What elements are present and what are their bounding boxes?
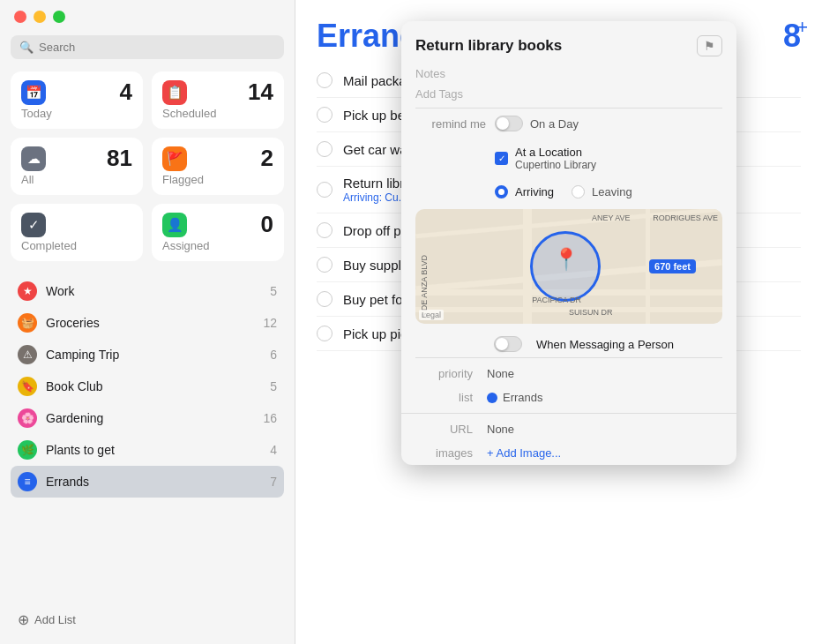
task-checkbox[interactable] [317,291,333,307]
task-checkbox[interactable] [317,257,333,273]
list-item-plants[interactable]: 🌿 Plants to get 4 [11,434,284,466]
completed-label: Completed [21,239,132,252]
sidebar: 🔍 📅 4 Today 📋 14 Scheduled ☁ 81 Al [0,0,295,644]
add-list-button[interactable]: ⊕ Add List [11,603,284,637]
road-label-suisun: SUISUN DR [569,308,613,317]
scheduled-icon: 📋 [162,80,187,105]
location-name: Cupertino Library [515,159,596,171]
list-item-gardening[interactable]: 🌸 Gardening 16 [11,402,284,434]
work-name: Work [46,284,270,298]
location-pin: 📍 [553,247,579,272]
at-location-label: At a Location [515,146,596,159]
location-row: ✓ At a Location Cupertino Library [401,139,736,178]
map-legal-label: Legal [419,310,444,320]
close-button[interactable] [14,11,26,23]
images-row: images + Add Image... [401,441,736,465]
task-checkbox[interactable] [317,222,333,238]
flagged-count: 2 [261,146,273,169]
smart-list-scheduled[interactable]: 📋 14 Scheduled [152,71,284,129]
list-item-errands[interactable]: ≡ Errands 7 [11,466,284,498]
divider-3 [401,413,736,414]
when-messaging-label: When Messaging a Person [536,338,674,351]
completed-icon: ✓ [21,213,46,237]
remind-me-content: On a Day [495,116,722,131]
camping-count: 6 [270,348,277,362]
scheduled-label: Scheduled [162,107,273,120]
window-controls [11,11,284,23]
list-item-bookclub[interactable]: 🔖 Book Club 5 [11,371,284,402]
maximize-button[interactable] [53,11,65,23]
today-count: 4 [120,80,132,103]
smart-list-flagged[interactable]: 🚩 2 Flagged [152,138,284,195]
task-checkbox[interactable] [317,72,333,88]
search-input[interactable] [39,41,275,54]
errands-count: 7 [270,475,277,489]
work-count: 5 [270,284,277,298]
map-background: 📍 670 feet RODRIGUES AVE S DE ANZA BLVD … [415,209,722,324]
map-container[interactable]: 📍 670 feet RODRIGUES AVE S DE ANZA BLVD … [415,209,722,324]
notes-field[interactable]: Notes [401,64,736,84]
add-image-link[interactable]: + Add Image... [487,446,561,460]
scheduled-count: 14 [248,80,273,103]
gardening-dot: 🌸 [18,408,37,428]
camping-dot: ⚠ [18,345,37,364]
gardening-count: 16 [263,411,277,425]
toggle-knob [496,338,508,350]
remind-me-label: remind me [415,117,486,131]
leaving-radio[interactable] [572,185,585,198]
list-item-groceries[interactable]: 🧺 Groceries 12 [11,307,284,339]
all-count: 81 [107,146,132,169]
flagged-icon: 🚩 [162,146,187,171]
distance-badge: 670 feet [649,259,696,273]
bookclub-name: Book Club [46,379,270,393]
at-location-checkbox[interactable]: ✓ [495,152,508,165]
minimize-button[interactable] [34,11,46,23]
all-label: All [21,173,132,186]
images-label: images [415,446,473,460]
flag-button[interactable]: ⚑ [697,35,722,56]
groceries-dot: 🧺 [18,313,37,333]
detail-panel: Return library books ⚑ Notes Add Tags re… [401,21,736,465]
today-icon: 📅 [21,80,46,105]
task-checkbox[interactable] [317,141,333,157]
when-messaging-toggle[interactable] [494,336,522,352]
smart-lists-grid: 📅 4 Today 📋 14 Scheduled ☁ 81 All 🚩 [11,71,284,261]
search-bar[interactable]: 🔍 [11,35,284,59]
on-a-day-label: On a Day [530,117,579,131]
on-a-day-toggle[interactable] [495,116,523,131]
camping-name: Camping Trip [46,348,270,362]
arriving-label: Arriving [515,185,554,198]
task-checkbox[interactable] [317,326,333,341]
add-list-label: Add List [34,613,76,626]
url-label: URL [415,423,473,436]
list-label: list [415,391,473,404]
task-checkbox[interactable] [317,107,333,123]
add-task-button[interactable]: + [796,16,808,39]
list-item-camping[interactable]: ⚠ Camping Trip 6 [11,339,284,371]
user-lists: ★ Work 5 🧺 Groceries 12 ⚠ Camping Trip 6… [11,275,284,603]
arriving-radio[interactable] [495,185,508,198]
all-icon: ☁ [21,146,46,171]
gardening-name: Gardening [46,411,263,425]
smart-list-completed[interactable]: ✓ Completed [11,204,143,261]
toggle-knob [497,117,509,130]
tags-field[interactable]: Add Tags [401,84,736,108]
list-item-work[interactable]: ★ Work 5 [11,275,284,307]
plants-name: Plants to get [46,443,270,457]
smart-list-all[interactable]: ☁ 81 All [11,138,143,195]
when-messaging-row: When Messaging a Person [401,331,736,357]
task-checkbox[interactable] [317,182,333,198]
divider-2 [415,357,722,358]
road-label-rodrigues: RODRIGUES AVE [653,213,718,222]
flagged-label: Flagged [162,173,273,186]
road-label-pacifica: PACIFICA DR [532,296,581,304]
remind-me-row: remind me On a Day [401,109,736,139]
smart-list-assigned[interactable]: 👤 0 Assigned [152,204,284,261]
detail-title: Return library books [415,37,562,55]
assigned-icon: 👤 [162,213,187,237]
assigned-count: 0 [261,213,273,236]
add-list-icon: ⊕ [18,611,29,628]
road-label-aney: ANEY AVE [592,213,631,222]
url-row: URL None [401,417,736,441]
smart-list-today[interactable]: 📅 4 Today [11,71,143,129]
